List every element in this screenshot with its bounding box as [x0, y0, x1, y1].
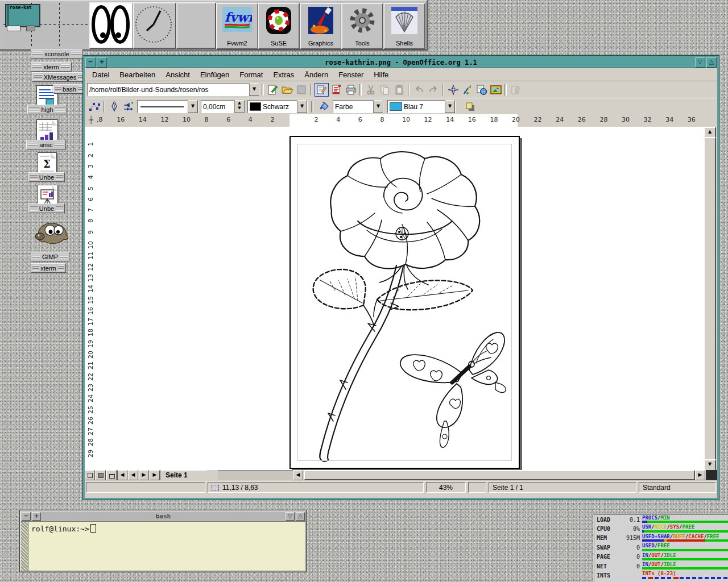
drawing-canvas[interactable]: [97, 127, 704, 470]
new-document-icon[interactable]: [266, 84, 279, 96]
picture-frame-icon[interactable]: [489, 84, 502, 96]
status-style-field[interactable]: Standard: [639, 482, 716, 493]
vertical-ruler[interactable]: 1234567891011121314151617181920212223242…: [85, 127, 98, 470]
stylist-icon[interactable]: [461, 84, 474, 96]
iconified-bash[interactable]: bash: [53, 84, 85, 94]
iconified-unbenannt-1[interactable]: Unbe: [28, 172, 65, 182]
chevron-down-icon[interactable]: ▼: [297, 100, 307, 113]
undo-icon[interactable]: [412, 84, 425, 96]
chevron-down-icon[interactable]: ▼: [373, 100, 383, 113]
maximize-button[interactable]: △: [706, 57, 717, 68]
line-style-combobox[interactable]: ▼: [137, 100, 198, 113]
vertical-scrollbar[interactable]: ▲ ▼: [704, 127, 714, 470]
view-mode-2-button[interactable]: [96, 470, 106, 480]
iconified-gimp[interactable]: GIMP: [31, 252, 69, 261]
pen-icon[interactable]: [107, 101, 121, 113]
fill-can-icon[interactable]: [317, 101, 330, 113]
iconified-unbenannt-2[interactable]: Unbe: [28, 203, 65, 213]
gimp-wilber-icon[interactable]: [33, 218, 68, 247]
arrow-ends-icon[interactable]: [122, 101, 135, 113]
shadow-icon[interactable]: [464, 101, 477, 113]
clock-applet[interactable]: [133, 2, 176, 49]
vertical-scroll-thumb[interactable]: [704, 137, 716, 461]
prev-page-button[interactable]: ◀: [128, 470, 138, 480]
next-page-button[interactable]: ▶: [139, 470, 149, 480]
iconified-high[interactable]: high: [27, 105, 67, 114]
status-zoom-field[interactable]: 43%: [426, 482, 466, 493]
edit-file-icon[interactable]: [315, 83, 329, 97]
copy-icon[interactable]: [378, 84, 391, 96]
url-combobox[interactable]: /home/rolf/Bilder-und-Sounds/rosen/ros ▼: [87, 83, 260, 96]
open-icon[interactable]: [280, 84, 293, 96]
print-icon[interactable]: [344, 84, 357, 96]
chevron-down-icon[interactable]: ▼: [188, 100, 198, 113]
pager-mini-terminal[interactable]: [7, 26, 20, 31]
iconify-button[interactable]: ▽: [286, 512, 295, 521]
launcher-tools[interactable]: Tools: [341, 3, 383, 49]
horizontal-ruler[interactable]: 1816141210864224681012141618202224262830…: [97, 114, 705, 127]
save-icon[interactable]: [295, 84, 308, 96]
iconified-xmessages[interactable]: XMessages: [32, 72, 88, 82]
datasource-icon[interactable]: [509, 84, 522, 96]
view-mode-3-button[interactable]: [106, 470, 117, 480]
redo-icon[interactable]: [427, 84, 440, 96]
tab-seite-1[interactable]: Seite 1: [161, 470, 218, 480]
window-menu-button[interactable]: −: [85, 57, 96, 68]
menu-ansicht[interactable]: Ansicht: [160, 69, 195, 80]
cut-icon[interactable]: [364, 84, 377, 96]
paste-icon[interactable]: [392, 84, 406, 96]
first-page-button[interactable]: ◀: [117, 470, 127, 480]
line-width-spinner[interactable]: 0,00cm ▲▼: [201, 100, 245, 113]
view-mode-1-button[interactable]: [85, 470, 95, 480]
menu-hilfe[interactable]: Hilfe: [369, 69, 394, 80]
gallery-icon[interactable]: [475, 84, 488, 96]
launcher-suse[interactable]: SuSE: [258, 3, 300, 49]
menu-format[interactable]: Format: [234, 69, 268, 80]
terminal-body[interactable]: rolf@linux:~>: [21, 521, 305, 571]
scroll-down-icon[interactable]: ▼: [704, 459, 716, 471]
chevron-down-icon[interactable]: ▼: [445, 100, 455, 113]
horizontal-scroll-thumb[interactable]: [304, 470, 695, 480]
page[interactable]: [289, 136, 520, 469]
iconified-ansc[interactable]: ansc: [26, 140, 66, 149]
chevron-down-icon[interactable]: ▼: [249, 83, 259, 96]
edit-points-icon[interactable]: [88, 101, 101, 113]
line-color-combobox[interactable]: Schwarz ▼: [247, 100, 308, 113]
pager-mini-window[interactable]: rose-kat: [5, 4, 40, 27]
launcher-fvwm2[interactable]: fvwm Fvwm2: [216, 3, 258, 49]
vruler-number: 12: [87, 263, 94, 271]
window-sticky-button[interactable]: +: [32, 512, 41, 521]
launcher-graphics[interactable]: Graphics: [300, 3, 342, 49]
monitor-row-page: PAGE0IN/OUT/IDLE: [594, 552, 728, 562]
hscroll-right-icon[interactable]: ▶: [695, 470, 705, 480]
navigator-icon[interactable]: [446, 84, 460, 96]
empty-button-slot[interactable]: [176, 2, 216, 49]
menu-datei[interactable]: Datei: [87, 69, 114, 80]
menu-bearbeiten[interactable]: Bearbeiten: [114, 69, 160, 80]
xeyes-applet[interactable]: [89, 2, 134, 49]
menu-einfgen[interactable]: Einfügen: [195, 69, 234, 80]
spinner-arrows[interactable]: ▲▼: [234, 100, 245, 113]
iconified-xterm-2[interactable]: xterm: [31, 263, 66, 273]
menu-ndern[interactable]: Ändern: [299, 69, 333, 80]
maximize-button[interactable]: △: [296, 512, 305, 521]
title-bar[interactable]: − + rose-kathrin.png - OpenOffice.org 1.…: [85, 57, 717, 68]
last-page-button[interactable]: ▶: [150, 470, 160, 480]
window-menu-button[interactable]: −: [22, 512, 31, 521]
iconify-button[interactable]: ▽: [695, 57, 705, 68]
fill-type-combobox[interactable]: Farbe ▼: [333, 100, 384, 113]
iconified-xconsole[interactable]: xconsole: [31, 49, 83, 59]
iconified-xterm[interactable]: xterm: [31, 62, 72, 72]
vruler-number: 16: [87, 307, 94, 315]
pager-mini-monitor[interactable]: [26, 26, 35, 31]
window-sticky-button[interactable]: +: [97, 57, 107, 68]
fill-color-combobox[interactable]: Blau 7 ▼: [387, 100, 456, 113]
export-pdf-icon[interactable]: [330, 84, 343, 96]
desktop-pager[interactable]: rose-kat: [3, 3, 88, 46]
terminal-title-bar[interactable]: − + bash ▽ △: [21, 512, 305, 521]
menu-fenster[interactable]: Fenster: [333, 69, 369, 80]
menu-extras[interactable]: Extras: [268, 69, 299, 80]
terminal-scrollbar[interactable]: [21, 522, 28, 571]
launcher-shells[interactable]: Shells: [383, 3, 425, 49]
hscroll-left-icon[interactable]: ◀: [293, 470, 303, 480]
